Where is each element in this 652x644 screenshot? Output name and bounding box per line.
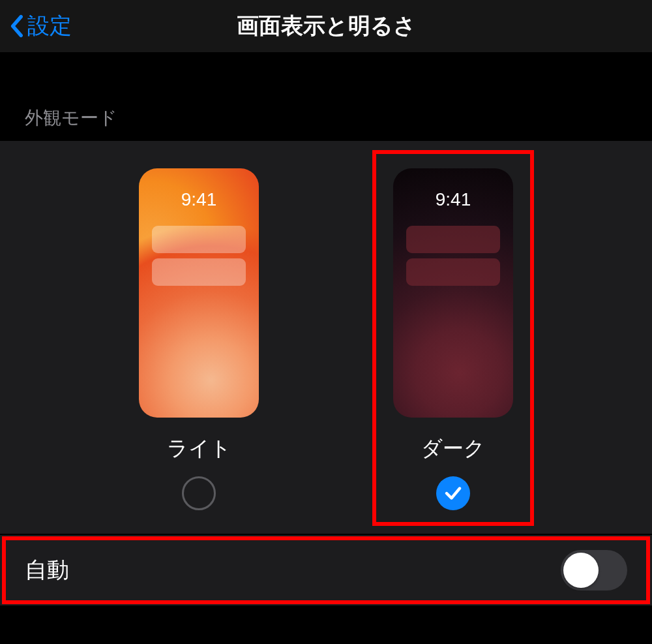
highlight-box (2, 536, 650, 604)
auto-label: 自動 (25, 555, 69, 585)
chevron-left-icon (9, 14, 23, 38)
light-label: ライト (167, 435, 231, 463)
appearance-options-row: 9:41 ライト 9:41 ダーク (0, 141, 652, 534)
preview-card (406, 226, 500, 253)
auto-toggle[interactable] (561, 550, 627, 590)
radio-unselected[interactable] (182, 476, 216, 510)
spacer (0, 52, 652, 97)
auto-toggle-row: 自動 (0, 535, 652, 606)
page-title: 画面表示と明るさ (237, 11, 416, 41)
appearance-option-light[interactable]: 9:41 ライト (127, 168, 271, 510)
appearance-section-header: 外観モード (0, 97, 652, 141)
preview-card (406, 258, 500, 286)
preview-card (152, 258, 246, 286)
dark-label: ダーク (421, 435, 485, 463)
checkmark-icon (443, 483, 463, 503)
preview-time: 9:41 (139, 189, 259, 210)
radio-selected[interactable] (436, 476, 470, 510)
dark-preview: 9:41 (393, 168, 513, 418)
back-label: 設定 (27, 11, 72, 41)
light-preview: 9:41 (139, 168, 259, 418)
back-button[interactable]: 設定 (0, 11, 72, 41)
preview-time: 9:41 (393, 189, 513, 210)
navigation-header: 設定 画面表示と明るさ (0, 0, 652, 52)
appearance-option-dark[interactable]: 9:41 ダーク (381, 168, 525, 510)
preview-card (152, 226, 246, 253)
toggle-knob (563, 553, 599, 588)
